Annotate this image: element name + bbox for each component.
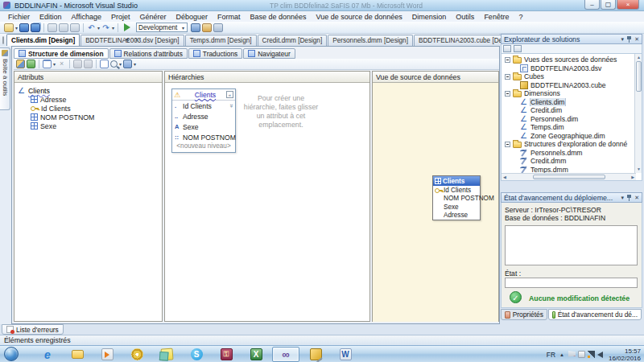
dsv-table-header[interactable]: Clients (433, 176, 480, 186)
deployment-log-box[interactable] (505, 225, 638, 265)
toolbox-tab[interactable]: Boîte à outils (0, 47, 10, 110)
delete-icon[interactable]: × (57, 60, 66, 68)
fill-toggle-icon[interactable] (84, 60, 93, 68)
deploy-icon[interactable] (191, 23, 200, 32)
toolbox-mini-icon[interactable] (2, 36, 4, 44)
taskbar-button[interactable] (153, 347, 180, 362)
menu-item[interactable]: Fichier (3, 13, 35, 21)
taskbar-button[interactable] (34, 347, 61, 362)
undo-dropdown-caret[interactable]: ▾ (97, 25, 100, 31)
attributes-root-row[interactable]: Clients (18, 86, 162, 95)
menu-item[interactable]: Fenêtre (479, 13, 514, 21)
active-files-dropdown-icon[interactable]: ▼ (122, 36, 132, 44)
expander-icon[interactable] (505, 91, 510, 97)
document-tab[interactable]: Personnels.dmm [Design] (328, 35, 413, 46)
dsv-table[interactable]: Clients Id Clients NOM POSTNOM (432, 175, 481, 220)
volume-icon[interactable] (597, 352, 603, 358)
magnifier-icon[interactable] (110, 60, 118, 68)
new-attribute-icon[interactable] (43, 60, 52, 68)
menu-item[interactable]: Déboguer (171, 13, 213, 21)
scroll-down-icon[interactable]: ▼ (635, 166, 642, 173)
taskbar-button[interactable] (123, 347, 151, 362)
menu-item[interactable]: Générer (134, 13, 171, 21)
solution-tree-item[interactable]: Personnels.dmm (502, 149, 642, 158)
menu-item[interactable]: Affichage (67, 13, 106, 21)
level-expand-icon[interactable]: » (227, 104, 234, 107)
dsv-column-row[interactable]: NOM POSTNOM (433, 195, 480, 204)
close-panel-icon[interactable]: ✕ (634, 195, 639, 201)
solution-tree-item[interactable]: Credit.dmm (502, 157, 642, 166)
solution-tree-item[interactable]: Credit.dim (502, 106, 642, 115)
dsv-column-row[interactable]: Sexe (433, 203, 480, 212)
save-all-icon[interactable] (31, 23, 40, 32)
hierarchy-layout-caret[interactable]: ▾ (134, 61, 136, 67)
taskbar-button[interactable] (242, 347, 270, 362)
maximize-button[interactable]: ▢ (601, 0, 616, 10)
attribute-row[interactable]: Adresse (18, 95, 162, 104)
action-center-icon[interactable] (568, 351, 576, 358)
taskbar-button[interactable] (93, 347, 121, 362)
solution-tree-item[interactable]: BDDTFELINA2003.cube (502, 81, 642, 90)
taskbar-button[interactable] (272, 347, 299, 362)
process-icon[interactable] (16, 60, 25, 68)
attribute-row[interactable]: NOM POSTNOM (18, 113, 162, 121)
solution-tree-item[interactable]: Structures d'exploration de donné (502, 140, 642, 149)
cut-icon[interactable] (47, 23, 57, 32)
tray-expand-icon[interactable]: ▲ (559, 352, 564, 357)
properties-window-icon[interactable] (202, 23, 212, 32)
document-tab[interactable]: Clients.dim [Design] (6, 34, 80, 46)
document-tab[interactable]: Temps.dmm [Design] (185, 35, 257, 46)
attribute-row[interactable]: Id Clients (18, 104, 162, 113)
taskbar-button[interactable] (302, 347, 329, 362)
close-button[interactable]: × (617, 0, 639, 10)
hierarchy-level-row[interactable]: A Sexe » (172, 121, 235, 132)
state-box[interactable] (505, 278, 638, 288)
expander-icon[interactable] (505, 142, 510, 147)
scroll-left-icon[interactable]: ◀ (503, 175, 506, 179)
menu-item[interactable]: Base de données (246, 13, 312, 21)
scroll-right-icon[interactable]: ▶ (631, 175, 634, 179)
hscrollbar-thumb[interactable] (533, 175, 605, 179)
vertical-scrollbar[interactable]: ▲ ▼ (634, 54, 642, 173)
menu-item[interactable]: Format (213, 13, 246, 21)
refresh-icon[interactable] (514, 45, 522, 52)
menu-item[interactable]: Dimension (407, 13, 452, 21)
start-button[interactable] (4, 347, 19, 361)
redo-icon[interactable]: ↷ (101, 23, 110, 32)
menu-item[interactable]: Edition (35, 13, 67, 21)
taskbar-button[interactable] (64, 347, 91, 362)
window-position-icon[interactable]: ▾ (621, 36, 625, 43)
solution-tree-item[interactable]: Zone Geographique.dim (502, 132, 642, 141)
horizontal-scrollbar[interactable]: ◀ ▶ (502, 173, 636, 180)
tool-window-tab[interactable]: État d'avancement du dé... (548, 309, 642, 320)
tool-window-tab[interactable]: Propriétés (501, 309, 547, 320)
new-project-icon[interactable] (4, 23, 14, 32)
toolbar-options-icon[interactable] (213, 23, 223, 32)
scroll-up-icon[interactable]: ▲ (635, 54, 642, 61)
undo-icon[interactable]: ↶ (87, 23, 96, 32)
attribute-row[interactable]: Sexe (18, 121, 162, 130)
tray-app-icon[interactable] (578, 351, 585, 358)
document-tab[interactable]: Credit.dmm [Design] (258, 35, 328, 46)
script-icon[interactable] (27, 60, 35, 68)
start-debug-icon[interactable] (124, 23, 130, 31)
close-document-icon[interactable]: ✕ (132, 36, 142, 44)
solution-tree-item[interactable]: Clients.dim (502, 98, 642, 107)
minimize-button[interactable]: – (584, 0, 600, 10)
auto-hide-pin-icon[interactable] (626, 194, 632, 201)
clock[interactable]: 15:57 16/02/2016 (609, 348, 641, 362)
hierarchy-box[interactable]: Clients « . Id Clients » .. (171, 88, 236, 153)
scrollbar-thumb[interactable] (636, 61, 642, 92)
solution-tree-item[interactable]: Temps.dim (502, 123, 642, 132)
taskbar-button[interactable] (213, 347, 240, 362)
new-level-slot[interactable]: <nouveau niveau> (172, 142, 235, 152)
save-icon[interactable] (19, 23, 29, 32)
copy-icon[interactable] (59, 23, 68, 32)
dsv-column-row[interactable]: Id Clients (433, 186, 480, 195)
taskbar-button[interactable] (332, 347, 359, 362)
new-dropdown-caret[interactable]: ▾ (15, 25, 18, 31)
designer-tab[interactable]: Structure de dimension (14, 48, 109, 59)
paste-icon[interactable] (70, 23, 80, 32)
designer-tab[interactable]: Traductions (188, 48, 242, 59)
magnifier-caret[interactable]: ▾ (119, 61, 122, 67)
